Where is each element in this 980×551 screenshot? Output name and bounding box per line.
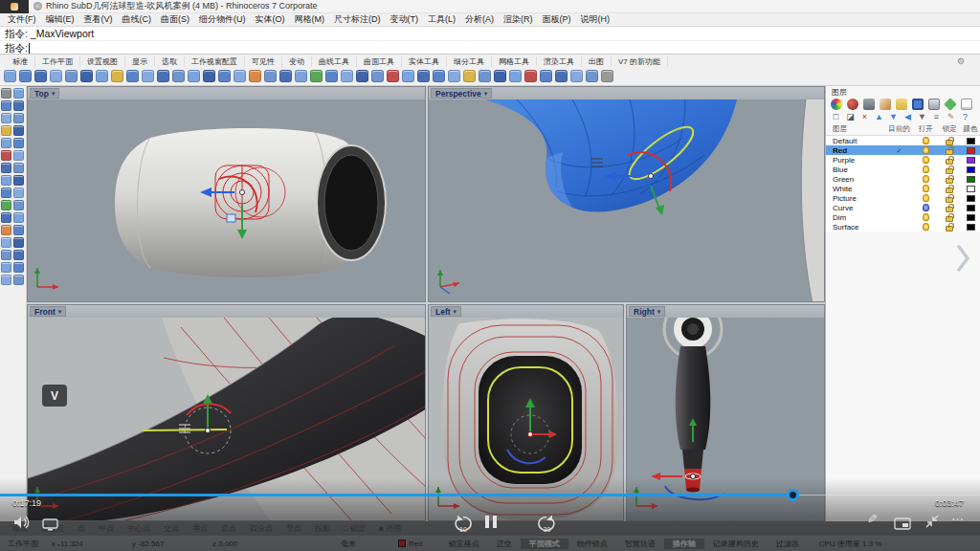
cplane-button[interactable]: 工作平面 [0,539,44,549]
viewport-left-canvas[interactable] [429,318,624,521]
toolbar-icon[interactable] [310,70,323,82]
toolbar-tab[interactable]: 出图 [582,56,612,67]
notes-panel-icon[interactable] [961,99,972,110]
menu-item[interactable]: 分析(A) [460,13,499,26]
toolbar-icon[interactable] [34,70,47,82]
layer-row[interactable]: Picture [826,193,980,203]
menu-item[interactable]: 渲染(R) [499,13,538,26]
layer-color-swatch[interactable] [967,138,975,144]
toolbar-icon[interactable] [325,70,338,82]
toolbar-tab[interactable]: 可见性 [245,56,282,67]
rewind-10-button[interactable]: 10 [453,520,478,537]
toolbar-tab[interactable]: V7 的新功能 [612,56,668,67]
volume-icon[interactable] [13,516,31,533]
viewport-menu-caret-icon[interactable]: ▾ [58,308,62,316]
left-toolbar-icon[interactable] [1,175,11,186]
library-panel-icon[interactable] [896,99,907,110]
toolbar-tab[interactable]: 标准 [6,56,35,67]
layer-visibility-bulb-icon[interactable] [913,213,938,221]
toolbar-icon[interactable] [448,70,460,82]
layer-row[interactable]: Curve [826,203,980,212]
menu-item[interactable]: 文件(F) [3,13,41,26]
left-toolbar-icon[interactable] [13,250,24,260]
toolbar-icon[interactable] [601,70,613,82]
layer-lock-icon[interactable] [938,137,961,145]
layer-color-swatch[interactable] [967,186,975,192]
viewport-menu-caret-icon[interactable]: ▾ [454,308,457,316]
viewport-top[interactable]: Top▾ [27,86,426,302]
layer-color-swatch[interactable] [967,195,975,202]
status-pane[interactable]: 平面模式 [521,539,568,549]
left-toolbar-icon[interactable] [13,138,24,148]
toolbar-icon[interactable] [279,70,292,82]
layer-lock-icon[interactable] [938,223,961,231]
toolbar-tab[interactable]: 曲面工具 [357,56,402,67]
boxedit-panel-icon[interactable] [944,98,957,111]
menu-item[interactable]: 实体(O) [251,13,290,26]
toolbar-icon[interactable] [433,70,445,82]
layer-color-swatch[interactable] [967,205,975,211]
viewport-front-titlebar[interactable]: Front▾ [28,305,425,318]
layer-visibility-bulb-icon[interactable] [913,165,938,173]
left-toolbar-icon[interactable] [1,163,11,173]
toolbar-icon[interactable] [264,70,277,82]
left-toolbar-icon[interactable] [13,150,24,161]
layer-color-swatch[interactable] [967,157,975,164]
toolbar-icon[interactable] [524,70,537,82]
menu-item[interactable]: 曲面(S) [156,13,194,26]
toolbar-icon[interactable] [402,70,414,82]
menu-item[interactable]: 工具(L) [423,13,460,26]
layer-color-swatch[interactable] [967,176,975,183]
layer-lock-icon[interactable] [938,175,961,184]
layer-lock-icon[interactable] [938,165,961,174]
layer-visibility-bulb-icon[interactable] [913,156,938,164]
layer-row[interactable]: Surface [826,222,980,231]
left-toolbar-icon[interactable] [1,250,11,260]
layer-current-check[interactable]: ✓ [885,146,914,155]
layer-color-swatch[interactable] [967,224,975,231]
toolbar-icon[interactable] [570,70,583,82]
viewport-top-label[interactable]: Top [34,89,49,99]
pause-button[interactable] [483,515,499,532]
layer-lock-icon[interactable] [938,213,961,222]
toolbar-icon[interactable] [249,70,261,82]
viewport-top-canvas[interactable] [28,99,426,302]
layer-toolbar-icon[interactable]: ◀ [902,112,913,122]
left-toolbar-icon[interactable] [13,125,24,136]
left-toolbar-icon[interactable] [13,275,24,285]
layer-visibility-bulb-icon[interactable] [913,137,938,144]
toolbar-icon[interactable] [494,70,506,82]
toolbar-tab[interactable]: 选取 [155,56,185,67]
layer-color-swatch[interactable] [967,166,975,173]
osnap-toggle[interactable]: 锁定 [337,523,372,534]
toolbar-tab[interactable]: 网格工具 [492,56,537,67]
layer-visibility-bulb-icon[interactable] [913,175,938,183]
screencast-icon[interactable] [42,518,58,535]
toolbar-tab[interactable]: 变动 [282,56,312,67]
named-views-panel-icon[interactable] [928,99,940,110]
camera-panel-icon[interactable] [863,99,875,110]
active-layer-button[interactable]: Red [390,540,431,548]
menu-item[interactable]: 查看(V) [79,13,118,26]
more-options-icon[interactable]: ⋯ [951,512,965,526]
left-toolbar-icon[interactable] [1,225,11,235]
viewport-perspective[interactable]: Perspective▾ [428,86,825,302]
left-toolbar-icon[interactable] [1,237,11,248]
toolbar-icon[interactable] [203,70,215,82]
layers-panel-icon[interactable] [912,99,924,110]
menu-item[interactable]: 网格(M) [290,13,330,26]
osnap-toggle[interactable]: 中心点 [121,523,157,534]
viewport-menu-caret-icon[interactable]: ▾ [484,90,488,98]
layer-row[interactable]: Red ✓ [826,145,980,155]
menu-item[interactable]: 面板(P) [538,13,576,26]
toolbar-icon[interactable] [142,70,154,82]
toolbar-icon[interactable] [540,70,552,82]
layer-lock-icon[interactable] [938,185,961,193]
left-toolbar-icon[interactable] [13,113,24,123]
toolbar-icon[interactable] [65,70,78,82]
left-toolbar-icon[interactable] [13,262,24,273]
viewport-perspective-canvas[interactable] [429,99,825,302]
viewport-left-titlebar[interactable]: Left▾ [429,305,623,318]
annotate-pencil-icon[interactable]: ✎ [867,512,878,526]
status-pane[interactable]: 锁定格点 [440,539,488,549]
